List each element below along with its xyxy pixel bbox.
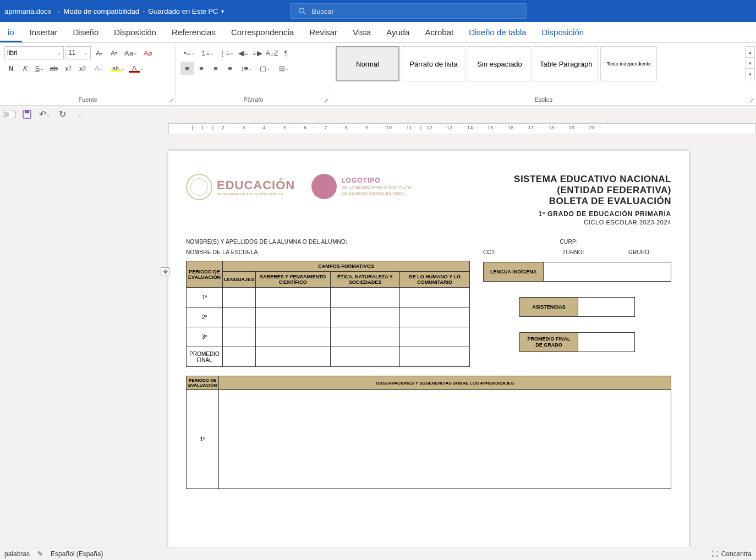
tab-home[interactable]: io	[0, 23, 22, 42]
shrink-font-icon[interactable]: A▾	[107, 46, 120, 59]
chevron-down-icon[interactable]: ▾	[746, 58, 754, 69]
obs-cell[interactable]	[219, 390, 671, 489]
document-filename: aprimaria.docx	[4, 7, 54, 15]
show-marks-icon[interactable]: ¶	[280, 46, 293, 59]
chevron-down-icon[interactable]: ▾	[218, 8, 224, 14]
font-color-icon[interactable]: A⌄	[128, 62, 145, 75]
tab-help[interactable]: Ayuda	[379, 23, 417, 42]
table-cell[interactable]	[400, 327, 470, 347]
value-promedio-final[interactable]	[578, 333, 634, 352]
styles-dialog-launcher-icon[interactable]: ⤢	[749, 97, 754, 103]
underline-button[interactable]: S⌄	[33, 62, 46, 75]
horizontal-ruler[interactable]: · · | · · 1 · · | · · 2 · · · · · 3 · · …	[168, 123, 756, 134]
chevron-up-icon[interactable]: ▴	[746, 47, 754, 58]
superscript-button[interactable]: x2	[76, 62, 89, 75]
italic-button[interactable]: K	[19, 62, 32, 75]
sort-icon[interactable]: A↓Z	[265, 46, 278, 59]
grow-font-icon[interactable]: A▴	[92, 46, 106, 59]
observations-table[interactable]: PERIODO DE EVALUACIÓN OBSERVACIONES Y SU…	[186, 376, 671, 489]
style-no-spacing[interactable]: Sin espaciado	[468, 46, 532, 81]
table-cell[interactable]	[330, 308, 400, 327]
table-cell[interactable]	[256, 327, 331, 347]
table-cell[interactable]	[223, 347, 256, 367]
tab-table-design[interactable]: Diseño de tabla	[461, 23, 534, 42]
table-cell[interactable]	[330, 327, 400, 347]
paragraph-dialog-launcher-icon[interactable]: ⤢	[324, 97, 328, 103]
th-humano: DE LO HUMANO Y LO COMUNITARIO	[400, 272, 470, 288]
table-cell[interactable]	[256, 288, 331, 308]
borders-icon[interactable]: ⊞⌄	[275, 62, 293, 75]
asistencias-box[interactable]: ASISTENCIAS	[519, 297, 635, 317]
value-lengua-indigena[interactable]	[544, 262, 671, 281]
clear-formatting-icon[interactable]: A⌀	[141, 46, 155, 59]
align-right-icon[interactable]: ≡	[209, 62, 222, 75]
search-box[interactable]: Buscar	[290, 3, 527, 19]
line-spacing-icon[interactable]: ↕≡⌄	[238, 62, 255, 75]
document-page[interactable]: ✥ EDUCACIÓN SECRETARÍA DE EDUCACIÓN PÚBL…	[168, 151, 689, 547]
lengua-indigena-box[interactable]: LENGUA INDÍGENA	[483, 262, 671, 282]
qat-customize-icon[interactable]: ⌄	[73, 107, 87, 122]
font-size-combo[interactable]: 11⌄	[65, 46, 91, 59]
styles-more-icon[interactable]: ▾	[746, 69, 754, 80]
tab-table-layout[interactable]: Disposición	[534, 23, 591, 42]
row-period-3[interactable]: 3º	[187, 327, 223, 347]
obs-period-1[interactable]: 1º	[187, 390, 219, 489]
table-cell[interactable]	[400, 347, 470, 367]
table-cell[interactable]	[223, 308, 256, 327]
label-curp: CURP:	[560, 239, 578, 245]
table-cell[interactable]	[256, 347, 331, 367]
table-cell[interactable]	[400, 308, 470, 327]
table-cell[interactable]	[330, 288, 400, 308]
style-list-paragraph[interactable]: Párrafo de lista	[402, 46, 465, 81]
font-dialog-launcher-icon[interactable]: ⤢	[169, 97, 173, 103]
justify-icon[interactable]: ≡	[223, 62, 237, 75]
increase-indent-icon[interactable]: ≡▶	[251, 46, 264, 59]
tab-layout[interactable]: Disposición	[106, 23, 164, 42]
tab-insert[interactable]: Insertar	[22, 23, 65, 42]
align-left-icon[interactable]: ≡	[180, 62, 194, 75]
multilevel-list-icon[interactable]: ⋮≡⌄	[218, 46, 235, 59]
table-cell[interactable]	[223, 327, 256, 347]
style-table-paragraph[interactable]: Table Paragraph	[534, 46, 598, 81]
tab-references[interactable]: Referencias	[164, 23, 223, 42]
tab-view[interactable]: Vista	[345, 23, 379, 42]
redo-icon[interactable]: ↻	[55, 107, 69, 122]
tab-mailings[interactable]: Correspondencia	[223, 23, 302, 42]
table-cell[interactable]	[223, 288, 256, 308]
shading-icon[interactable]: ▢⌄	[256, 62, 274, 75]
table-cell[interactable]	[330, 347, 400, 367]
table-cell[interactable]	[400, 288, 470, 308]
bold-button[interactable]: N	[4, 62, 18, 75]
save-icon[interactable]	[20, 107, 34, 122]
tab-acrobat[interactable]: Acrobat	[417, 23, 461, 42]
row-period-2[interactable]: 2º	[187, 308, 223, 327]
style-independent-text[interactable]: Texto independiente	[600, 46, 657, 81]
tab-design[interactable]: Diseño	[65, 23, 107, 42]
undo-icon[interactable]: ↶⌄	[37, 107, 52, 122]
document-save-state: Guardado en Este PC	[148, 7, 218, 15]
promedio-final-box[interactable]: PROMEDIO FINAL DE GRADO	[519, 332, 635, 352]
svg-point-3	[4, 112, 9, 117]
evaluation-table[interactable]: PERIODO DE EVALUACIÓN CAMPOS FORMATIVOS …	[186, 261, 470, 367]
bullets-icon[interactable]: •≡⌄	[180, 46, 198, 59]
highlight-color-icon[interactable]: ab⌄	[109, 62, 127, 75]
table-move-handle-icon[interactable]: ✥	[161, 267, 169, 276]
table-cell[interactable]	[256, 308, 331, 327]
subscript-button[interactable]: x2	[62, 62, 75, 75]
numbering-icon[interactable]: 1≡⌄	[199, 46, 217, 59]
align-center-icon[interactable]: ≡	[195, 62, 208, 75]
value-asistencias[interactable]	[578, 298, 634, 316]
decrease-indent-icon[interactable]: ◀≡	[237, 46, 250, 59]
tab-review[interactable]: Revisar	[302, 23, 345, 42]
style-normal[interactable]: Normal	[336, 46, 399, 81]
styles-gallery-scroll[interactable]: ▴ ▾ ▾	[745, 46, 755, 80]
document-canvas[interactable]: ✥ EDUCACIÓN SECRETARÍA DE EDUCACIÓN PÚBL…	[0, 134, 756, 547]
change-case-icon[interactable]: Aa⌄	[122, 46, 140, 59]
row-average[interactable]: PROMEDIO FINAL	[187, 347, 223, 367]
text-effects-icon[interactable]: A⌄	[90, 62, 108, 75]
font-name-combo[interactable]: libri⌄	[4, 46, 64, 59]
strikethrough-button[interactable]: ab	[47, 62, 61, 75]
autosave-toggle[interactable]	[2, 107, 17, 122]
doc-header: EDUCACIÓN SECRETARÍA DE EDUCACIÓN PÚBLIC…	[186, 174, 671, 226]
row-period-1[interactable]: 1º	[187, 288, 223, 308]
